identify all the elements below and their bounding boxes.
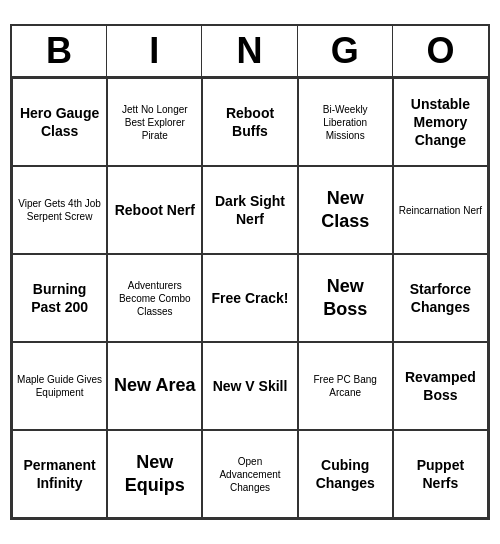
bingo-cell-14: Starforce Changes	[393, 254, 488, 342]
bingo-cell-24: Puppet Nerfs	[393, 430, 488, 518]
bingo-cell-4: Unstable Memory Change	[393, 78, 488, 166]
bingo-cell-15: Maple Guide Gives Equipment	[12, 342, 107, 430]
bingo-cell-16: New Area	[107, 342, 202, 430]
bingo-cell-13: New Boss	[298, 254, 393, 342]
bingo-letter-n: N	[202, 26, 297, 76]
bingo-cell-0: Hero Gauge Class	[12, 78, 107, 166]
bingo-cell-22: Open Advancement Changes	[202, 430, 297, 518]
bingo-letter-i: I	[107, 26, 202, 76]
bingo-cell-18: Free PC Bang Arcane	[298, 342, 393, 430]
bingo-cell-20: Permanent Infinity	[12, 430, 107, 518]
bingo-cell-9: Reincarnation Nerf	[393, 166, 488, 254]
bingo-letter-b: B	[12, 26, 107, 76]
bingo-cell-21: New Equips	[107, 430, 202, 518]
bingo-cell-10: Burning Past 200	[12, 254, 107, 342]
bingo-letter-g: G	[298, 26, 393, 76]
bingo-cell-1: Jett No Longer Best Explorer Pirate	[107, 78, 202, 166]
bingo-cell-7: Dark Sight Nerf	[202, 166, 297, 254]
bingo-cell-3: Bi-Weekly Liberation Missions	[298, 78, 393, 166]
bingo-cell-2: Reboot Buffs	[202, 78, 297, 166]
bingo-cell-12: Free Crack!	[202, 254, 297, 342]
bingo-card: BINGO Hero Gauge ClassJett No Longer Bes…	[10, 24, 490, 520]
bingo-cell-11: Adventurers Become Combo Classes	[107, 254, 202, 342]
bingo-cell-23: Cubing Changes	[298, 430, 393, 518]
bingo-cell-6: Reboot Nerf	[107, 166, 202, 254]
bingo-letter-o: O	[393, 26, 488, 76]
bingo-cell-5: Viper Gets 4th Job Serpent Screw	[12, 166, 107, 254]
bingo-cell-17: New V Skill	[202, 342, 297, 430]
bingo-grid: Hero Gauge ClassJett No Longer Best Expl…	[12, 78, 488, 518]
bingo-cell-8: New Class	[298, 166, 393, 254]
bingo-cell-19: Revamped Boss	[393, 342, 488, 430]
bingo-header: BINGO	[12, 26, 488, 78]
